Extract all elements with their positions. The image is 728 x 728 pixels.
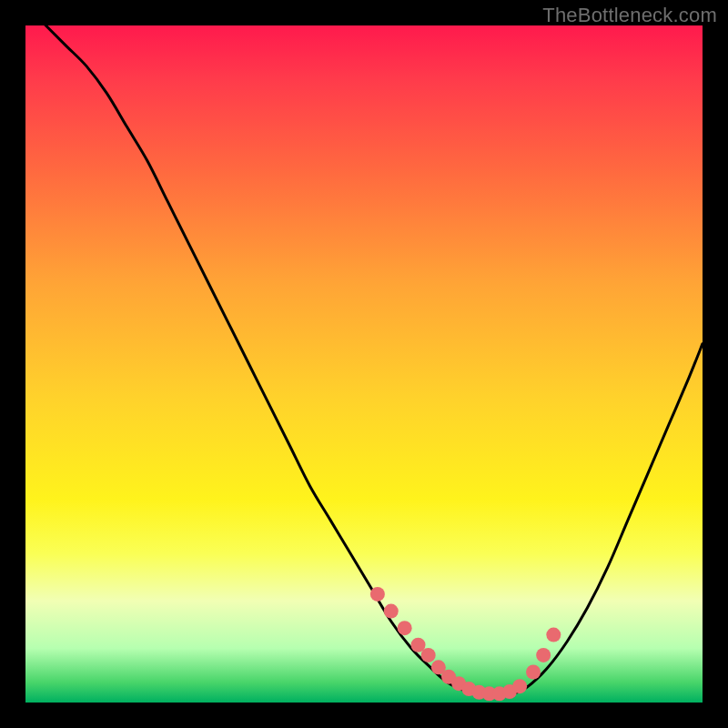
curve-line [25, 5, 703, 696]
data-dot [526, 665, 541, 680]
data-dot [398, 621, 412, 635]
watermark-text: TheBottleneck.com [542, 4, 717, 27]
data-dot [421, 648, 436, 662]
chart-svg [25, 25, 703, 703]
data-dot [384, 604, 399, 619]
data-dot [536, 648, 551, 662]
data-dot [512, 679, 527, 693]
data-dot [370, 587, 385, 602]
data-dot [546, 628, 561, 642]
